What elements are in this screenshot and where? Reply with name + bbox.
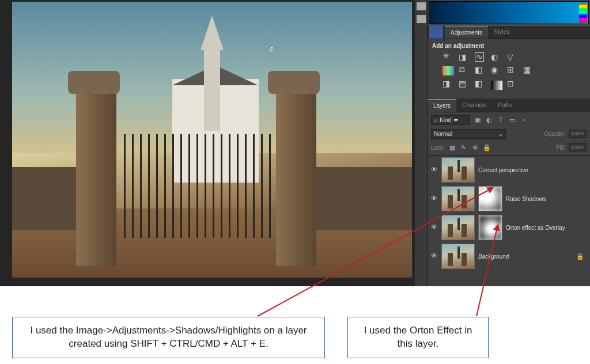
lock-icon: 🔒	[576, 253, 584, 260]
lock-all-icon[interactable]: 🔒	[483, 143, 491, 151]
layer-name[interactable]: Correct perspective	[478, 167, 528, 173]
adjustments-panel-body: Add an adjustment	[428, 39, 590, 98]
selective-color-icon[interactable]	[507, 79, 519, 88]
levels-icon[interactable]	[459, 52, 470, 62]
brightness-contrast-icon[interactable]	[442, 52, 454, 62]
tab-channels[interactable]: Channels	[456, 99, 492, 112]
color-lookup-icon[interactable]	[523, 65, 535, 74]
opacity-value[interactable]: 100%	[569, 130, 587, 138]
filter-adjust-icon[interactable]: ◐	[485, 116, 493, 124]
exposure-icon[interactable]	[491, 52, 502, 62]
hue-saturation-icon[interactable]	[442, 66, 454, 75]
tab-styles[interactable]: Styles	[488, 26, 515, 39]
filter-pixel-icon[interactable]: ▣	[474, 116, 482, 124]
document-canvas[interactable]: ⊕	[12, 2, 412, 278]
selection-cursor-icon: ⊕	[268, 45, 275, 54]
annotation-shadows-highlights: I used the Image->Adjustments->Shadows/H…	[12, 317, 325, 358]
layer-name[interactable]: Raise Shadows	[506, 196, 546, 202]
lock-transparent-icon[interactable]: ▦	[448, 143, 456, 151]
layer-filter-kind[interactable]: ⌕Kind≑	[431, 115, 470, 125]
layer-mask-thumbnail[interactable]	[478, 186, 502, 211]
layer-row[interactable]: 👁 Correct perspective	[428, 156, 590, 184]
blend-mode-select[interactable]: Normal⌄	[431, 129, 506, 139]
layer-name[interactable]: Background	[478, 253, 509, 260]
fill-value[interactable]: 100%	[569, 143, 587, 151]
layer-thumbnail[interactable]	[441, 157, 475, 183]
layer-thumbnail[interactable]	[441, 244, 475, 269]
threshold-icon[interactable]	[475, 79, 486, 88]
photo-filter-icon[interactable]	[491, 65, 502, 74]
layer-row[interactable]: 👁 Raise Shadows	[428, 184, 590, 213]
history-icon[interactable]	[417, 2, 426, 10]
layer-mask-thumbnail[interactable]	[478, 215, 502, 240]
layer-name[interactable]: Orton effect as Overlay	[506, 225, 565, 231]
filter-shape-icon[interactable]: ▭	[508, 116, 516, 124]
opacity-label: Opacity:	[544, 131, 565, 137]
layers-controls: ⌕Kind≑ ▣ ◐ T ▭ ▫ Normal⌄ Opacity: 100% L…	[428, 112, 590, 156]
posterize-icon[interactable]	[459, 79, 470, 88]
tab-adjustments[interactable]: Adjustments	[445, 26, 488, 39]
photoshop-workspace: ⊕ Adjustments Styles Add an adjustment	[0, 0, 590, 286]
vibrance-icon[interactable]	[507, 52, 519, 62]
collapsed-panels-rail[interactable]	[415, 0, 428, 286]
gradient-map-icon[interactable]	[491, 81, 502, 90]
layer-list: 👁 Correct perspective 👁 Raise Shadows 👁 …	[428, 156, 590, 286]
invert-icon[interactable]	[442, 79, 454, 88]
visibility-toggle-icon[interactable]: 👁	[430, 166, 438, 174]
annotation-orton-effect: I used the Orton Effect in this layer.	[347, 317, 489, 358]
layer-row[interactable]: 👁 Background 🔒	[428, 242, 590, 271]
layer-thumbnail[interactable]	[441, 186, 475, 211]
layer-thumbnail[interactable]	[441, 215, 475, 240]
layers-panel-header: Layers Channels Paths	[428, 98, 590, 112]
color-picker-panel[interactable]	[429, 1, 589, 24]
channel-mixer-icon[interactable]	[507, 65, 519, 74]
color-balance-icon[interactable]	[459, 65, 470, 74]
visibility-toggle-icon[interactable]: 👁	[430, 195, 438, 203]
hue-spectrum[interactable]	[579, 3, 587, 22]
adjustments-title: Add an adjustment	[432, 43, 585, 49]
filter-smart-icon[interactable]: ▫	[520, 116, 528, 124]
tab-layers[interactable]: Layers	[428, 99, 456, 112]
actions-icon[interactable]	[417, 15, 426, 23]
lock-position-icon[interactable]: ✥	[471, 143, 479, 151]
lock-image-icon[interactable]: ✎	[460, 143, 468, 151]
fill-label: Fill:	[556, 145, 565, 151]
layer-row[interactable]: 👁 Orton effect as Overlay	[428, 213, 590, 242]
adjustment-thumb-icon	[429, 26, 443, 39]
lock-label: Lock:	[431, 145, 445, 151]
visibility-toggle-icon[interactable]: 👁	[430, 223, 438, 232]
tab-paths[interactable]: Paths	[492, 99, 519, 112]
black-white-icon[interactable]	[475, 65, 486, 74]
adjustments-panel-header: Adjustments Styles	[428, 25, 590, 39]
visibility-toggle-icon[interactable]: 👁	[430, 252, 438, 260]
right-panels: Adjustments Styles Add an adjustment	[428, 0, 590, 286]
filter-type-icon[interactable]: T	[497, 116, 505, 124]
curves-icon[interactable]	[475, 52, 486, 62]
